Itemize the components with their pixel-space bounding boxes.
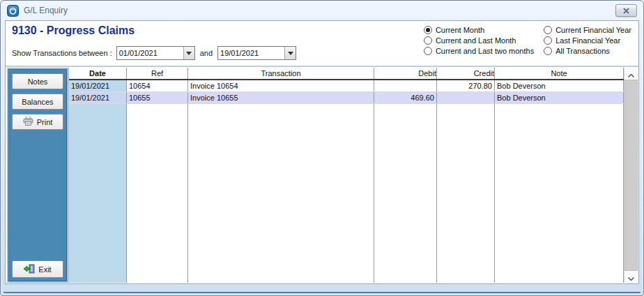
- scrollbar-track[interactable]: [624, 80, 638, 271]
- date-from-combo[interactable]: [116, 46, 195, 60]
- empty-column-date: [69, 104, 127, 283]
- empty-column-credit: [437, 104, 495, 283]
- cell-credit: 270.80: [437, 80, 495, 91]
- column-header-note: Note: [495, 68, 624, 79]
- cell-debit: 469.60: [374, 92, 437, 103]
- print-button-label: Print: [37, 118, 53, 126]
- scroll-up-button[interactable]: [624, 68, 638, 80]
- radio-option-label: Last Financial Year: [555, 36, 620, 45]
- period-radio-group: Current MonthCurrent and Last MonthCurre…: [424, 26, 631, 55]
- radio-option[interactable]: Current and Last Month: [424, 36, 534, 45]
- column-header-transaction: Transaction: [188, 68, 374, 79]
- column-header-date: Date: [69, 68, 127, 79]
- vertical-scrollbar[interactable]: [624, 68, 638, 283]
- header-section: 9130 - Progress Claims Show Transactions…: [6, 21, 638, 67]
- radio-unselected-icon[interactable]: [424, 47, 432, 55]
- radio-option[interactable]: Current Month: [424, 26, 534, 34]
- radio-option-label: Current Financial Year: [555, 26, 631, 34]
- cell-ref: 10654: [127, 80, 188, 91]
- radio-selected-icon[interactable]: [424, 26, 432, 34]
- exit-button-label: Exit: [38, 265, 51, 274]
- cell-transaction: Invoice 10655: [188, 92, 374, 103]
- conjunction-label: and: [200, 49, 213, 57]
- scrollbar-thumb[interactable]: [624, 80, 638, 271]
- date-filter-row: Show Transactions between : and: [12, 46, 296, 60]
- column-header-debit: Debit: [374, 68, 437, 79]
- radio-column-1: Current Financial YearLast Financial Yea…: [544, 26, 631, 55]
- table-row[interactable]: 19/01/202110654Invoice 10654270.80Bob De…: [69, 80, 624, 92]
- page-title: 9130 - Progress Claims: [12, 24, 135, 37]
- printer-icon: [23, 117, 33, 127]
- balances-button[interactable]: Balances: [12, 94, 63, 110]
- cell-note: Bob Deverson: [495, 92, 624, 103]
- scroll-down-button[interactable]: [624, 271, 638, 283]
- radio-unselected-icon[interactable]: [544, 36, 552, 45]
- print-button[interactable]: Print: [12, 114, 63, 130]
- transactions-table: DateRefTransactionDebitCreditNote 19/01/…: [68, 68, 624, 283]
- radio-option[interactable]: Current and Last two months: [424, 47, 534, 55]
- cell-note: Bob Deverson: [495, 80, 624, 91]
- notes-button[interactable]: Notes: [12, 73, 63, 89]
- cell-ref: 10655: [127, 92, 188, 103]
- date-to-input[interactable]: [218, 49, 284, 57]
- close-icon: [623, 4, 629, 17]
- gl-enquiry-window: G/L Enquiry 9130 - Progress Claims Show …: [0, 0, 644, 296]
- exit-button[interactable]: Exit: [12, 260, 63, 278]
- notes-button-label: Notes: [28, 77, 48, 86]
- exit-door-icon: [24, 264, 35, 275]
- bottom-frame-line: [3, 292, 641, 293]
- cell-date: 19/01/2021: [69, 80, 127, 91]
- window-title: G/L Enquiry: [24, 6, 68, 15]
- radio-unselected-icon[interactable]: [424, 36, 432, 45]
- balances-button-label: Balances: [22, 98, 53, 106]
- radio-unselected-icon[interactable]: [544, 26, 552, 34]
- title-bar: G/L Enquiry: [1, 1, 643, 20]
- date-from-input[interactable]: [117, 49, 183, 57]
- date-to-dropdown-arrow-icon[interactable]: [284, 47, 296, 59]
- radio-option[interactable]: All Transactions: [544, 47, 631, 55]
- radio-option-label: All Transactions: [555, 47, 610, 55]
- cell-credit: [437, 92, 495, 103]
- date-from-dropdown-arrow-icon[interactable]: [183, 47, 194, 59]
- cell-transaction: Invoice 10654: [188, 80, 374, 91]
- cell-debit: [374, 80, 437, 91]
- radio-column-0: Current MonthCurrent and Last MonthCurre…: [424, 26, 534, 55]
- date-to-combo[interactable]: [217, 46, 296, 60]
- radio-option[interactable]: Current Financial Year: [544, 26, 631, 34]
- close-button[interactable]: [615, 4, 637, 17]
- column-header-credit: Credit: [437, 68, 495, 79]
- radio-option-label: Current Month: [436, 26, 484, 34]
- cell-date: 19/01/2021: [69, 92, 127, 103]
- table-row[interactable]: 19/01/202110655Invoice 10655469.60Bob De…: [69, 92, 624, 104]
- chevron-down-icon: [628, 271, 634, 283]
- column-header-ref: Ref: [127, 68, 188, 79]
- empty-column-note: [495, 104, 624, 283]
- chevron-up-icon: [628, 68, 634, 80]
- radio-unselected-icon[interactable]: [544, 47, 552, 55]
- main-section: Notes Balances Print: [6, 67, 638, 283]
- empty-column-debit: [374, 104, 437, 283]
- sidebar: Notes Balances Print: [7, 68, 68, 283]
- radio-option-label: Current and Last two months: [436, 47, 534, 55]
- table-empty-area: [69, 104, 624, 283]
- radio-option[interactable]: Last Financial Year: [544, 36, 631, 45]
- table-body: 19/01/202110654Invoice 10654270.80Bob De…: [69, 80, 624, 283]
- dialog-content: 9130 - Progress Claims Show Transactions…: [5, 20, 639, 284]
- empty-column-ref: [127, 104, 188, 283]
- filter-label: Show Transactions between :: [12, 49, 112, 57]
- table-header-row: DateRefTransactionDebitCreditNote: [69, 68, 624, 80]
- power-icon: [7, 5, 19, 17]
- empty-column-transaction: [188, 104, 374, 283]
- radio-option-label: Current and Last Month: [436, 36, 516, 45]
